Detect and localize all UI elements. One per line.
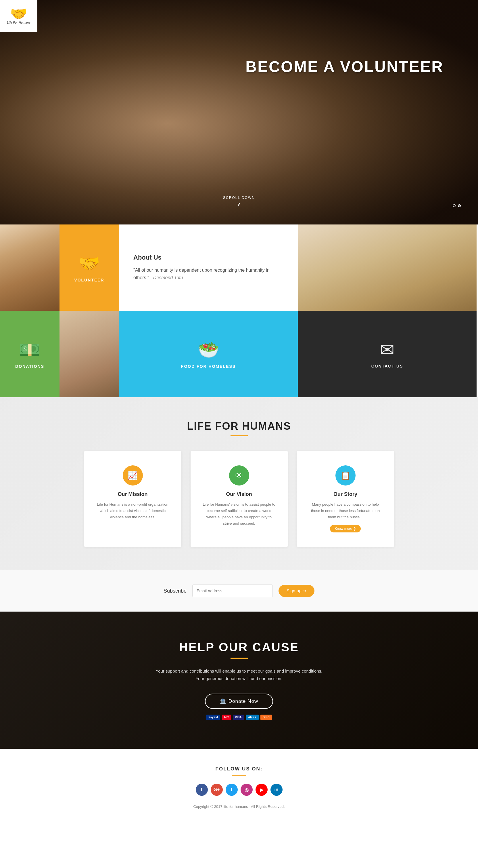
story-title: Our Story [308,491,383,497]
grid-photo-hands [0,224,60,311]
hero-title: BECOME A VOLUNTEER [245,58,444,75]
paypal-badge: PayPal [206,715,220,720]
lfh-section: LIFE FOR HUMANS 📈 Our Mission Life for H… [0,397,478,570]
contact-label: CONTACT US [371,364,403,368]
visa-badge: VISA [233,715,244,720]
logo-text: Life For Humans [7,21,30,25]
story-card: 📋 Our Story Many people have a compassio… [297,451,395,547]
cards-row: 📈 Our Mission Life for Humans is a non-p… [29,451,449,547]
mission-icon: 📈 [128,471,138,480]
mission-card: 📈 Our Mission Life for Humans is a non-p… [84,451,182,547]
title-underline [231,435,248,436]
logo-box[interactable]: 🤝 Life For Humans [0,0,37,32]
lfh-title: LIFE FOR HUMANS [29,420,449,432]
mastercard-badge: MC [222,715,231,720]
donate-text: Your support and contributions will enab… [153,668,326,682]
slider-dots [453,204,461,207]
dot-1[interactable] [453,204,455,207]
donate-title: HELP OUR CAUSE [14,640,464,654]
contact-icon: ✉ [380,340,395,360]
donate-button[interactable]: 🏦 Donate Now [205,693,273,709]
logo-icon: 🤝 [10,7,27,21]
youtube-icon[interactable]: ▶ [255,784,268,796]
follow-title: FOLLOW US ON: [14,766,464,772]
donate-section: HELP OUR CAUSE Your support and contribu… [0,612,478,749]
donate-label: Donate Now [229,699,259,704]
follow-underline [232,775,246,776]
amex-badge: AMEX [246,715,259,720]
food-label: FOOD FOR HOMELESS [181,364,236,369]
subscribe-bar: Subscribe Sign-up ➜ [0,570,478,612]
instagram-icon[interactable]: ◎ [241,784,253,796]
subscribe-label: Subscribe [164,588,186,594]
scroll-arrow-icon: ∨ [223,201,255,207]
copyright: Copyright © 2017 life for humans · All R… [14,804,464,809]
hero-section: 🤝 Life For Humans BECOME A VOLUNTEER SCR… [0,0,478,224]
grid-food[interactable]: 🥗 FOOD FOR HOMELESS [119,311,298,397]
grid-photo-helping [60,311,119,397]
twitter-icon[interactable]: t [226,784,238,796]
vision-icon-circle: 👁 [229,465,249,486]
linkedin-icon[interactable]: in [270,784,282,796]
vision-card: 👁 Our Vision Life for Humans' vision is … [190,451,288,547]
social-icons-row: f G+ t ◎ ▶ in [14,784,464,796]
dot-2[interactable] [458,204,461,207]
grid-about: About Us "All of our humanity is depende… [119,224,298,311]
vision-text: Life for Humans' vision is to assist peo… [202,501,276,527]
discover-badge: DISC [261,715,272,720]
payment-icons: PayPal MC VISA AMEX DISC [14,715,464,720]
vision-title: Our Vision [202,491,276,497]
grid-photo-child [298,224,477,311]
footer: FOLLOW US ON: f G+ t ◎ ▶ in Copyright © … [0,749,478,817]
donations-icon: 💵 [19,340,40,360]
grid-section: 🤝 VOLUNTEER About Us "All of our humanit… [0,224,478,397]
donate-icon: 🏦 [220,698,226,704]
google-plus-icon[interactable]: G+ [211,784,223,796]
vision-icon: 👁 [235,471,243,480]
about-quote: "All of our humanity is dependent upon r… [133,267,283,281]
scroll-label: SCROLL DOWN [223,196,255,200]
signup-button[interactable]: Sign-up ➜ [278,585,314,597]
about-title: About Us [133,254,162,261]
about-author: - Desmond Tutu [150,275,183,280]
grid-volunteer[interactable]: 🤝 VOLUNTEER [60,224,119,311]
hero-hands-overlay [0,0,478,224]
story-icon: 📋 [340,471,350,480]
food-icon: 🥗 [198,340,219,360]
volunteer-icon: 🤝 [78,253,100,274]
email-input[interactable] [192,585,273,597]
donations-label: DONATIONS [15,364,44,369]
grid-contact[interactable]: ✉ CONTACT US [298,311,477,397]
donate-underline [231,658,248,659]
story-text: Many people have a compassion to help th… [308,501,383,520]
mission-icon-circle: 📈 [123,465,143,486]
story-icon-circle: 📋 [335,465,355,486]
mission-text: Life for Humans is a non-profit organiza… [96,501,170,520]
volunteer-label: VOLUNTEER [74,278,104,282]
scroll-down[interactable]: SCROLL DOWN ∨ [223,196,255,207]
facebook-icon[interactable]: f [196,784,208,796]
grid-donations[interactable]: 💵 DONATIONS [0,311,60,397]
know-more-button[interactable]: Know more ❯ [330,525,361,532]
mission-title: Our Mission [96,491,170,497]
